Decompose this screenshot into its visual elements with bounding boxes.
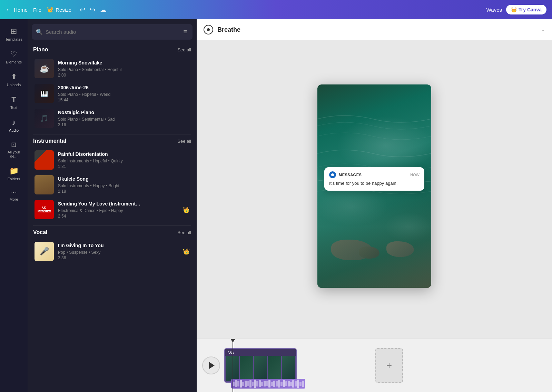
sidebar-item-all-designs[interactable]: ⊡ All your de... — [1, 137, 26, 162]
file-button[interactable]: File — [33, 7, 41, 13]
try-canva-button[interactable]: 👑 Try Canva — [506, 5, 546, 14]
more-dots-icon: ··· — [10, 189, 17, 196]
canvas-header-icon — [204, 25, 213, 34]
add-clip-button[interactable]: + — [375, 348, 403, 383]
track-2006-june-26[interactable]: 🎹 2006-June-26 Solo Piano • Hopeful • We… — [33, 81, 191, 106]
painful-disorientation-info: Painful Disorientation Solo Instruments … — [58, 151, 190, 169]
painful-disorientation-name: Painful Disorientation — [58, 151, 190, 157]
timeline: 7.6s — [197, 339, 552, 392]
sending-you-my-love-name: Sending You My Love (Instrument… — [58, 201, 179, 207]
main-content: ⊞ Templates ♡ Elements ⬆ Uploads T Text … — [0, 19, 552, 392]
track-nostalgic-piano[interactable]: 🎵 Nostalgic Piano Solo Piano • Sentiment… — [33, 106, 191, 131]
elements-icon: ♡ — [10, 50, 17, 59]
2006-june-26-info: 2006-June-26 Solo Piano • Hopeful • Weir… — [58, 85, 190, 102]
audio-panel: 🔍 ≡ Piano See all ☕ Morning Snowflake So… — [28, 19, 197, 392]
marker-head — [230, 339, 235, 342]
uploads-label: Uploads — [7, 83, 21, 87]
timeline-clip[interactable]: 7.6s — [224, 348, 297, 383]
notification-text: It's time for you to be happy again. — [329, 180, 420, 187]
sending-you-my-love-duration: 2:54 — [58, 214, 179, 219]
instrumental-see-all[interactable]: See all — [177, 139, 191, 144]
resize-button[interactable]: 👑 Resize — [47, 7, 71, 13]
notification-header: MESSAGES NOW — [329, 171, 420, 178]
ukulele-song-meta: Solo Instruments • Happy • Bright — [58, 183, 190, 189]
sending-you-my-love-meta: Electronica & Dance • Epic • Happy — [58, 208, 179, 214]
home-label: Home — [14, 7, 28, 13]
undo-icon[interactable]: ↩ — [80, 6, 86, 14]
crown-icon: 👑 — [47, 7, 53, 13]
giving-in-info: I'm Giving In To You Pop • Suspense • Se… — [58, 243, 179, 260]
canvas-title: Breathe — [217, 26, 240, 33]
morning-snowflake-name: Morning Snowflake — [58, 60, 190, 66]
filter-button[interactable]: ≡ — [182, 27, 188, 37]
phone-mockup: MESSAGES NOW It's time for you to be hap… — [317, 84, 431, 288]
topbar-left: ← Home File 👑 Resize ↩ ↪ ☁ — [6, 6, 107, 14]
canvas-chevron-down-icon[interactable]: ⌄ — [541, 27, 545, 32]
2006-june-26-duration: 15:44 — [58, 98, 190, 102]
sidebar-item-text[interactable]: T Text — [1, 92, 26, 113]
instrumental-section-title: Instrumental — [33, 138, 66, 144]
sidebar-item-templates[interactable]: ⊞ Templates — [1, 23, 26, 45]
track-giving-in[interactable]: 🎤 I'm Giving In To You Pop • Suspense • … — [33, 239, 191, 264]
track-morning-snowflake[interactable]: ☕ Morning Snowflake Solo Piano • Sentime… — [33, 56, 191, 81]
vocal-section-title: Vocal — [33, 229, 48, 235]
try-label: Try Canva — [519, 7, 542, 12]
topbar-actions: ↩ ↪ ☁ — [80, 6, 107, 14]
search-container: 🔍 ≡ — [28, 19, 197, 43]
folders-label: Folders — [8, 177, 20, 181]
nostalgic-piano-thumb: 🎵 — [34, 109, 54, 128]
sidebar-item-elements[interactable]: ♡ Elements — [1, 46, 26, 68]
track-ukulele-song[interactable]: Ukulele Song Solo Instruments • Happy • … — [33, 172, 191, 197]
play-button[interactable] — [202, 356, 220, 374]
giving-in-name: I'm Giving In To You — [58, 243, 179, 248]
painful-disorientation-thumb — [34, 150, 54, 170]
instrumental-section-header: Instrumental See all — [33, 138, 191, 144]
timeline-marker — [233, 339, 233, 392]
nostalgic-piano-name: Nostalgic Piano — [58, 110, 190, 115]
back-arrow-icon: ← — [6, 6, 12, 13]
try-crown-icon: 👑 — [511, 7, 517, 12]
sidebar-item-folders[interactable]: 📁 Folders — [1, 163, 26, 184]
sending-you-my-love-info: Sending You My Love (Instrument… Electro… — [58, 201, 179, 219]
vocal-see-all[interactable]: See all — [177, 230, 191, 235]
text-icon: T — [11, 95, 16, 104]
templates-label: Templates — [5, 37, 22, 41]
canvas-area: Breathe ⌄ — [197, 19, 552, 392]
ukulele-song-name: Ukulele Song — [58, 176, 190, 182]
messages-icon — [329, 171, 336, 178]
2006-june-26-name: 2006-June-26 — [58, 85, 190, 90]
all-designs-label: All your de... — [4, 150, 23, 158]
audio-waveform-track — [231, 379, 305, 389]
notification-card: MESSAGES NOW It's time for you to be hap… — [324, 167, 424, 191]
audio-icon: ♪ — [12, 118, 16, 127]
instrumental-section: Instrumental See all Painful Disorientat… — [28, 134, 197, 225]
sending-crown-icon: 👑 — [183, 207, 190, 213]
redo-icon[interactable]: ↪ — [90, 6, 96, 14]
marker-line — [233, 342, 233, 392]
piano-section-title: Piano — [33, 47, 48, 53]
uploads-icon: ⬆ — [11, 72, 17, 81]
clip-thumb-3 — [254, 356, 267, 381]
elements-label: Elements — [6, 60, 22, 64]
track-painful-disorientation[interactable]: Painful Disorientation Solo Instruments … — [33, 148, 191, 172]
ukulele-song-duration: 2:18 — [58, 189, 190, 194]
cloud-save-icon[interactable]: ☁ — [100, 6, 107, 14]
morning-snowflake-thumb: ☕ — [34, 59, 54, 78]
track-sending-you-my-love[interactable]: UDMONSTER Sending You My Love (Instrumen… — [33, 197, 191, 222]
painful-disorientation-duration: 1:31 — [58, 164, 190, 169]
notification-time: NOW — [410, 173, 420, 177]
clip-thumbnails — [225, 356, 296, 382]
sidebar-item-audio[interactable]: ♪ Audio — [1, 114, 26, 136]
search-input[interactable] — [46, 29, 179, 35]
home-button[interactable]: ← Home — [6, 6, 28, 13]
sidebar: ⊞ Templates ♡ Elements ⬆ Uploads T Text … — [0, 19, 28, 392]
giving-in-thumb: 🎤 — [34, 242, 54, 261]
piano-section: Piano See all ☕ Morning Snowflake Solo P… — [28, 43, 197, 134]
clip-thumb-2 — [240, 356, 253, 381]
notification-app: MESSAGES — [339, 173, 407, 177]
play-icon — [209, 362, 215, 369]
giving-in-crown-icon: 👑 — [183, 248, 190, 255]
piano-see-all[interactable]: See all — [177, 47, 191, 52]
sidebar-item-more[interactable]: ··· More — [9, 189, 18, 201]
sidebar-item-uploads[interactable]: ⬆ Uploads — [1, 69, 26, 90]
